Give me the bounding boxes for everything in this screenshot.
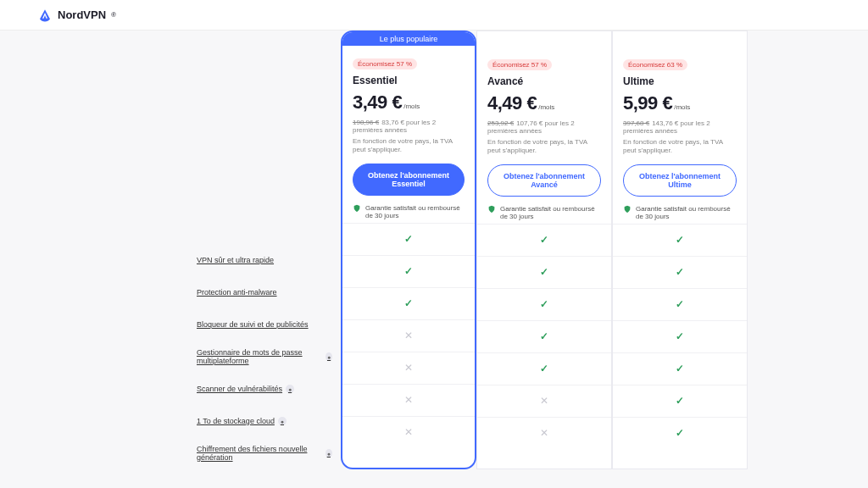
cross-icon: ✕ — [404, 362, 413, 374]
brand-name: NordVPN — [58, 8, 106, 21]
feature-value: ✓ — [342, 255, 475, 287]
cross-icon: ✕ — [540, 427, 548, 439]
feature-label-text: 1 To de stockage cloud — [197, 417, 275, 425]
vat-note: En fonction de votre pays, la TVA peut s… — [623, 138, 737, 156]
cross-icon: ✕ — [540, 395, 548, 407]
plan-name: Essentiel — [353, 75, 465, 86]
cross-icon: ✕ — [404, 330, 413, 341]
info-icon[interactable]: ● — [286, 385, 294, 393]
check-icon: ✓ — [676, 363, 684, 374]
feature-value: ✓ — [477, 352, 611, 385]
discount-badge: Économisez 63 % — [623, 59, 687, 70]
feature-value: ✕ — [342, 319, 475, 352]
check-icon: ✓ — [404, 233, 413, 245]
check-icon: ✓ — [540, 266, 548, 278]
cta-button[interactable]: Obtenez l'abonnement Avancé — [487, 164, 601, 197]
feature-value: ✓ — [477, 224, 611, 256]
feature-value: ✕ — [477, 385, 611, 417]
guarantee: Garantie satisfait ou remboursé de 30 jo… — [623, 205, 737, 220]
guarantee: Garantie satisfait ou remboursé de 30 jo… — [487, 205, 601, 220]
feature-value: ✓ — [613, 417, 747, 449]
vat-note: En fonction de votre pays, la TVA peut s… — [487, 138, 601, 156]
info-icon[interactable]: ● — [326, 352, 332, 361]
old-price: 198,96 € — [353, 119, 379, 126]
discount-badge: Économisez 57 % — [353, 58, 417, 69]
feature-value: ✓ — [613, 320, 747, 352]
feature-value: ✓ — [342, 287, 475, 319]
feature-value: ✕ — [342, 384, 475, 416]
cta-button[interactable]: Obtenez l'abonnement Ultime — [623, 164, 737, 197]
price: 5,99 € — [623, 92, 672, 114]
most-popular-badge: Le plus populaire — [342, 32, 475, 46]
check-icon: ✓ — [404, 297, 413, 309]
price-unit: /mois — [674, 103, 690, 111]
feature-label-text: VPN sûr et ultra rapide — [197, 256, 274, 264]
plan-essentiel: Le plus populaireÉconomisez 57 %Essentie… — [341, 30, 476, 469]
plan-name: Avancé — [487, 75, 601, 87]
shield-icon — [353, 204, 361, 213]
feature-value: ✓ — [613, 224, 747, 256]
price-unit: /mois — [403, 103, 420, 110]
guarantee: Garantie satisfait ou remboursé de 30 jo… — [353, 204, 465, 219]
feature-value: ✓ — [477, 320, 611, 352]
info-icon[interactable]: ● — [326, 449, 332, 458]
feature-label[interactable]: 1 To de stockage cloud● — [197, 405, 332, 437]
info-icon[interactable]: ● — [278, 417, 287, 425]
feature-label[interactable]: Chiffrement des fichiers nouvelle généra… — [197, 437, 332, 469]
feature-value: ✕ — [477, 417, 611, 449]
feature-value: ✓ — [477, 256, 611, 288]
price-unit: /mois — [538, 103, 554, 111]
check-icon: ✓ — [540, 330, 548, 342]
feature-value: ✓ — [342, 223, 475, 255]
check-icon: ✓ — [676, 330, 684, 342]
feature-label-text: Scanner de vulnérabilités — [197, 385, 282, 393]
plan-avancé: Économisez 57 %Avancé4,49 €/mois253,92 €… — [476, 30, 612, 469]
check-icon: ✓ — [540, 234, 548, 246]
feature-label-text: Protection anti-malware — [197, 288, 277, 297]
price: 3,49 € — [353, 92, 402, 114]
check-icon: ✓ — [404, 265, 413, 277]
feature-label[interactable]: Scanner de vulnérabilités● — [197, 373, 332, 405]
feature-label[interactable]: Gestionnaire de mots de passe multiplate… — [197, 341, 332, 373]
plan-ultime: Économisez 63 %Ultime5,99 €/mois397,68 €… — [612, 30, 748, 469]
check-icon: ✓ — [676, 266, 684, 278]
feature-value: ✕ — [342, 416, 475, 448]
cta-button[interactable]: Obtenez l'abonnement Essentiel — [353, 164, 465, 196]
cross-icon: ✕ — [404, 426, 413, 438]
brand-logo-icon — [37, 8, 53, 23]
feature-label-text: Bloqueur de suivi et de publicités — [197, 320, 309, 329]
brand[interactable]: NordVPN® — [37, 8, 116, 23]
feature-label-text: Gestionnaire de mots de passe multiplate… — [197, 348, 322, 365]
check-icon: ✓ — [540, 363, 548, 374]
feature-label-column: VPN sûr et ultra rapideProtection anti-m… — [197, 30, 341, 469]
discount-badge: Économisez 57 % — [487, 59, 552, 70]
check-icon: ✓ — [676, 298, 684, 310]
old-price: 397,68 € — [623, 119, 649, 127]
vat-note: En fonction de votre pays, la TVA peut s… — [353, 137, 465, 155]
guarantee-text: Garantie satisfait ou remboursé de 30 jo… — [500, 205, 601, 220]
feature-label[interactable]: Bloqueur de suivi et de publicités — [197, 308, 332, 341]
topbar: NordVPN® — [0, 0, 868, 30]
check-icon: ✓ — [676, 427, 684, 439]
plan-name: Ultime — [623, 75, 737, 87]
check-icon: ✓ — [676, 234, 684, 246]
feature-value: ✓ — [477, 288, 611, 320]
shield-icon — [487, 205, 496, 214]
feature-value: ✓ — [613, 288, 747, 320]
guarantee-text: Garantie satisfait ou remboursé de 30 jo… — [636, 205, 737, 220]
old-price: 253,92 € — [487, 119, 514, 127]
shield-icon — [623, 205, 632, 214]
guarantee-text: Garantie satisfait ou remboursé de 30 jo… — [365, 204, 465, 219]
feature-label[interactable]: VPN sûr et ultra rapide — [197, 244, 332, 276]
cross-icon: ✕ — [404, 394, 413, 406]
feature-value: ✓ — [613, 352, 747, 385]
feature-value: ✓ — [613, 256, 747, 288]
feature-value: ✕ — [342, 352, 475, 384]
feature-label-text: Chiffrement des fichiers nouvelle généra… — [197, 445, 322, 462]
pricing-wrap: VPN sûr et ultra rapideProtection anti-m… — [0, 30, 868, 469]
feature-value: ✓ — [613, 385, 747, 417]
check-icon: ✓ — [676, 395, 684, 407]
feature-label[interactable]: Protection anti-malware — [197, 276, 332, 308]
price: 4,49 € — [487, 92, 537, 114]
pricing-grid: VPN sûr et ultra rapideProtection anti-m… — [197, 30, 790, 469]
